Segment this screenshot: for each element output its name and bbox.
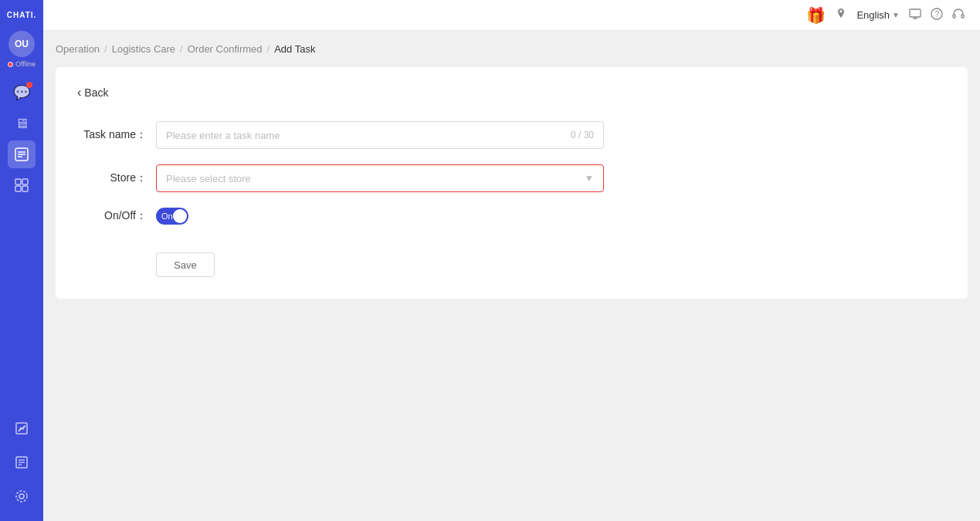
breadcrumb: Operation / Logistics Care / Order Confi… bbox=[56, 43, 968, 55]
sidebar: CHATI. OU Offline 💬 🖥 bbox=[0, 0, 43, 521]
language-label: English bbox=[856, 9, 890, 21]
monitor-icon[interactable] bbox=[909, 8, 921, 23]
top-header: 🎁 English ▼ ? bbox=[43, 0, 980, 31]
svg-point-15 bbox=[16, 491, 27, 502]
svg-point-14 bbox=[19, 494, 24, 499]
report2-icon bbox=[15, 455, 29, 469]
toggle-knob bbox=[173, 209, 187, 223]
breadcrumb-operation[interactable]: Operation bbox=[56, 43, 100, 55]
onoff-label: On/Off： bbox=[77, 209, 147, 223]
on-off-toggle[interactable]: On bbox=[156, 208, 188, 225]
app-logo: CHATI. bbox=[4, 6, 40, 25]
store-select[interactable]: Please select store ▼ bbox=[156, 164, 604, 192]
svg-marker-9 bbox=[19, 425, 25, 431]
apps-icon bbox=[15, 178, 29, 192]
sidebar-item-report1[interactable] bbox=[8, 414, 36, 442]
breadcrumb-sep-3: / bbox=[267, 43, 270, 55]
task-icon bbox=[14, 147, 29, 162]
store-placeholder: Please select store bbox=[166, 173, 251, 184]
avatar: OU bbox=[8, 31, 35, 57]
svg-rect-22 bbox=[961, 15, 964, 18]
svg-rect-5 bbox=[22, 179, 28, 184]
gift-icon[interactable]: 🎁 bbox=[806, 6, 826, 25]
toggle-wrapper: On bbox=[156, 208, 188, 225]
main-area: 🎁 English ▼ ? bbox=[43, 0, 980, 521]
chevron-down-icon: ▼ bbox=[585, 173, 594, 184]
svg-rect-4 bbox=[15, 179, 21, 184]
status-badge: Offline bbox=[8, 60, 36, 68]
back-arrow-icon: ‹ bbox=[77, 86, 81, 100]
back-label: Back bbox=[84, 86, 108, 99]
svg-rect-6 bbox=[15, 186, 21, 191]
breadcrumb-sep-1: / bbox=[104, 43, 107, 55]
store-label: Store： bbox=[77, 171, 147, 185]
toggle-text: On bbox=[161, 211, 173, 221]
store-row: Store： Please select store ▼ bbox=[77, 164, 946, 192]
svg-rect-21 bbox=[953, 15, 955, 18]
content-area: Operation / Logistics Care / Order Confi… bbox=[43, 31, 980, 521]
task-name-label: Task name： bbox=[77, 128, 147, 142]
gear-icon bbox=[15, 489, 29, 503]
svg-text:?: ? bbox=[935, 10, 940, 19]
breadcrumb-sep-2: / bbox=[180, 43, 183, 55]
help-icon[interactable]: ? bbox=[931, 8, 943, 23]
svg-rect-16 bbox=[910, 9, 921, 17]
headset-icon[interactable] bbox=[952, 8, 965, 23]
sidebar-item-report2[interactable] bbox=[8, 448, 36, 476]
sidebar-item-chat[interactable]: 💬 bbox=[8, 79, 36, 107]
svg-rect-7 bbox=[22, 186, 28, 191]
language-selector[interactable]: English ▼ bbox=[856, 9, 900, 21]
notification-badge bbox=[26, 82, 32, 88]
sidebar-item-apps[interactable] bbox=[8, 171, 36, 199]
task-name-placeholder: Please enter a task name bbox=[166, 130, 280, 141]
char-count: 0 / 30 bbox=[571, 130, 594, 140]
onoff-row: On/Off： On bbox=[77, 208, 946, 225]
back-button[interactable]: ‹ Back bbox=[77, 86, 108, 100]
page-card: ‹ Back Task name： Please enter a task na… bbox=[56, 67, 968, 299]
sidebar-item-settings[interactable] bbox=[8, 482, 36, 510]
header-icons: 🎁 English ▼ ? bbox=[806, 6, 965, 25]
task-name-field[interactable]: Please enter a task name 0 / 30 bbox=[156, 121, 604, 149]
breadcrumb-order[interactable]: Order Confirmed bbox=[188, 43, 263, 55]
location-icon[interactable] bbox=[835, 8, 847, 23]
report1-icon bbox=[15, 421, 29, 435]
status-dot bbox=[8, 62, 13, 67]
sidebar-item-task[interactable] bbox=[8, 140, 36, 168]
sidebar-bottom bbox=[8, 413, 36, 521]
save-button[interactable]: Save bbox=[156, 252, 215, 277]
breadcrumb-logistics[interactable]: Logistics Care bbox=[112, 43, 175, 55]
chevron-down-icon: ▼ bbox=[892, 11, 900, 19]
sidebar-item-screen[interactable]: 🖥 bbox=[8, 110, 36, 137]
breadcrumb-current: Add Task bbox=[274, 43, 315, 55]
task-name-row: Task name： Please enter a task name 0 / … bbox=[77, 121, 946, 149]
